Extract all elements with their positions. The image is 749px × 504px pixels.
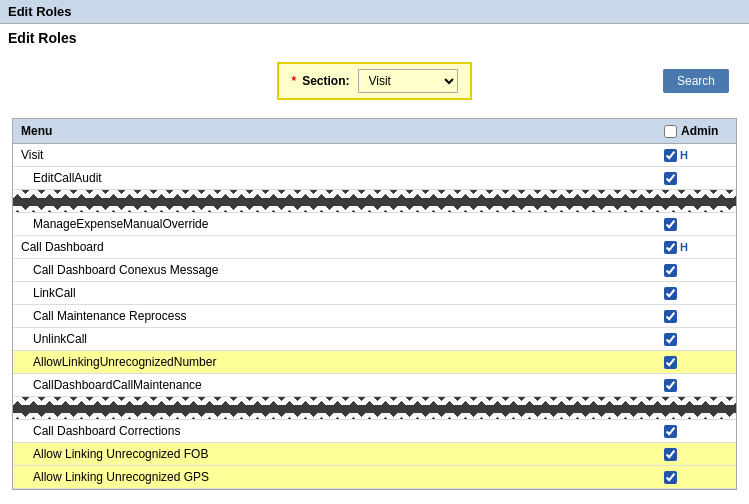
- admin-checkbox[interactable]: [664, 264, 677, 277]
- menu-column-header: Menu: [13, 119, 656, 144]
- table-row: UnlinkCall: [13, 328, 736, 351]
- menu-cell: Call Dashboard Conexus Message: [13, 259, 656, 282]
- admin-checkbox[interactable]: [664, 471, 677, 484]
- admin-checkbox[interactable]: [664, 241, 677, 254]
- admin-checkbox[interactable]: [664, 172, 677, 185]
- table-row: Call Maintenance Reprocess: [13, 305, 736, 328]
- admin-cell: [656, 466, 736, 489]
- roles-table-container: Menu Admin VisitHEditCallAuditManageExpe…: [12, 118, 737, 490]
- admin-checkbox[interactable]: [664, 333, 677, 346]
- table-row: VisitH: [13, 144, 736, 167]
- table-row: Call Dashboard Conexus Message: [13, 259, 736, 282]
- menu-cell: UnlinkCall: [13, 328, 656, 351]
- admin-checkbox[interactable]: [664, 425, 677, 438]
- admin-checkbox[interactable]: [664, 287, 677, 300]
- table-row: [13, 190, 736, 213]
- admin-checkbox[interactable]: [664, 310, 677, 323]
- roles-table: Menu Admin VisitHEditCallAuditManageExpe…: [13, 119, 736, 489]
- table-row: Call DashboardH: [13, 236, 736, 259]
- menu-cell: CallDashboardCallMaintenance: [13, 374, 656, 397]
- title-bar: Edit Roles: [0, 0, 749, 24]
- table-row: Allow Linking Unrecognized GPS: [13, 466, 736, 489]
- table-row: EditCallAudit: [13, 167, 736, 190]
- table-row: AllowLinkingUnrecognizedNumber: [13, 351, 736, 374]
- admin-cell: [656, 443, 736, 466]
- admin-cell: [656, 305, 736, 328]
- menu-cell: ManageExpenseManualOverride: [13, 213, 656, 236]
- menu-cell: Call Dashboard: [13, 236, 656, 259]
- table-header-row: Menu Admin: [13, 119, 736, 144]
- menu-cell: Allow Linking Unrecognized GPS: [13, 466, 656, 489]
- table-row: ManageExpenseManualOverride: [13, 213, 736, 236]
- admin-checkbox[interactable]: [664, 448, 677, 461]
- section-select[interactable]: Visit Admin Reports Setup: [358, 69, 458, 93]
- menu-cell: Allow Linking Unrecognized FOB: [13, 443, 656, 466]
- table-row: CallDashboardCallMaintenance: [13, 374, 736, 397]
- title-bar-text: Edit Roles: [8, 4, 72, 19]
- table-row: Allow Linking Unrecognized FOB: [13, 443, 736, 466]
- admin-cell: [656, 167, 736, 190]
- menu-cell: AllowLinkingUnrecognizedNumber: [13, 351, 656, 374]
- admin-checkbox[interactable]: [664, 356, 677, 369]
- section-required-indicator: *: [291, 74, 296, 88]
- page-title: Edit Roles: [0, 24, 749, 52]
- admin-checkbox[interactable]: [664, 218, 677, 231]
- menu-cell: LinkCall: [13, 282, 656, 305]
- admin-header-checkbox[interactable]: [664, 125, 677, 138]
- admin-checkbox[interactable]: [664, 379, 677, 392]
- admin-cell: [656, 282, 736, 305]
- table-row: LinkCall: [13, 282, 736, 305]
- section-box: * Section: Visit Admin Reports Setup: [277, 62, 471, 100]
- admin-cell: H: [656, 236, 736, 259]
- admin-cell: [656, 328, 736, 351]
- menu-cell: Call Maintenance Reprocess: [13, 305, 656, 328]
- menu-cell: Visit: [13, 144, 656, 167]
- admin-cell: [656, 259, 736, 282]
- search-container: * Section: Visit Admin Reports Setup Sea…: [0, 52, 749, 110]
- admin-cell: [656, 420, 736, 443]
- search-button[interactable]: Search: [663, 69, 729, 93]
- section-label: Section:: [302, 74, 349, 88]
- h-link[interactable]: H: [680, 149, 688, 161]
- menu-cell: Call Dashboard Corrections: [13, 420, 656, 443]
- admin-column-header: Admin: [656, 119, 736, 144]
- admin-cell: [656, 374, 736, 397]
- menu-cell: EditCallAudit: [13, 167, 656, 190]
- admin-cell: [656, 351, 736, 374]
- admin-checkbox[interactable]: [664, 149, 677, 162]
- h-link[interactable]: H: [680, 241, 688, 253]
- table-row: [13, 397, 736, 420]
- admin-cell: [656, 213, 736, 236]
- admin-cell: H: [656, 144, 736, 167]
- table-row: Call Dashboard Corrections: [13, 420, 736, 443]
